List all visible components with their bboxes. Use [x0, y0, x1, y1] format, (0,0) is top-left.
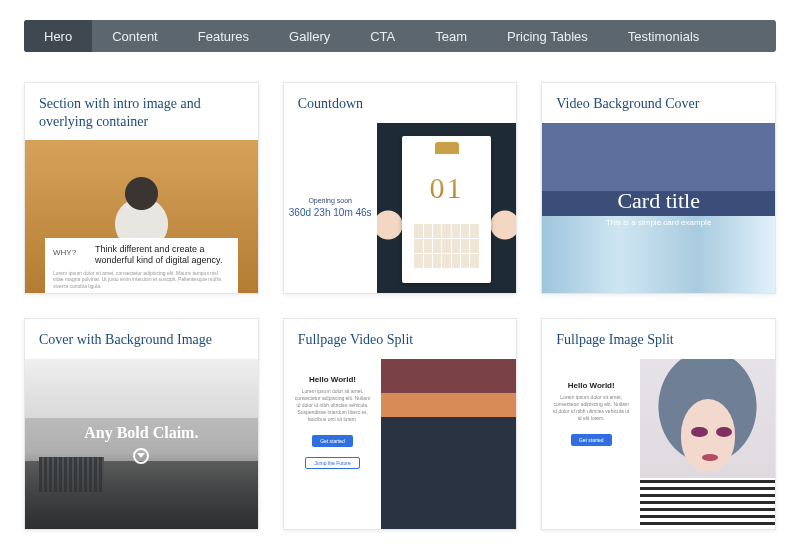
overlay-title: Card title [617, 188, 699, 214]
tab-team[interactable]: Team [415, 20, 487, 52]
hello-heading: Hello World! [294, 375, 372, 384]
tab-pricing-tables[interactable]: Pricing Tables [487, 20, 608, 52]
card-title: Fullpage Image Split [542, 319, 775, 359]
tab-cta[interactable]: CTA [350, 20, 415, 52]
lorem-text: Lorem ipsum dolor sit amet, consectetur … [294, 388, 372, 423]
card-preview: Hello World! Lorem ipsum dolor sit amet,… [542, 359, 775, 530]
card-preview: Card title This is a simple card example [542, 123, 775, 294]
hello-heading: Hello World! [552, 381, 630, 390]
card-title: Cover with Background Image [25, 319, 258, 359]
template-card[interactable]: Fullpage Image Split Hello World! Lorem … [541, 318, 776, 530]
overlay-subtitle: This is a simple card example [606, 218, 711, 227]
countdown-value: 360d 23h 10m 46s [289, 206, 372, 219]
card-preview: Any Bold Claim. [25, 359, 258, 530]
category-tabs: Hero Content Features Gallery CTA Team P… [24, 20, 776, 52]
lead-text: Think different and create a wonderful k… [95, 244, 230, 266]
card-preview: WHY? Think different and create a wonder… [25, 140, 258, 293]
template-grid: Section with intro image and overlying c… [24, 82, 776, 530]
tab-hero[interactable]: Hero [24, 20, 92, 52]
chevron-down-icon [133, 448, 149, 464]
calendar-grid [414, 224, 478, 268]
card-title: Video Background Cover [542, 83, 775, 123]
tab-content[interactable]: Content [92, 20, 178, 52]
template-card[interactable]: Section with intro image and overlying c… [24, 82, 259, 294]
tab-features[interactable]: Features [178, 20, 269, 52]
card-title: Section with intro image and overlying c… [25, 83, 258, 140]
clipboard-icon [435, 142, 459, 154]
template-card[interactable]: Countdown Opening soon 360d 23h 10m 46s … [283, 82, 518, 294]
hero-claim: Any Bold Claim. [84, 424, 198, 442]
opening-label: Opening soon [308, 197, 352, 204]
tab-testimonials[interactable]: Testimonials [608, 20, 720, 52]
lorem-text: Lorem ipsum dolor sit amet, consectetur … [552, 394, 630, 422]
primary-button: Get started [312, 435, 353, 447]
calendar-day: 01 [402, 171, 491, 205]
tab-gallery[interactable]: Gallery [269, 20, 350, 52]
template-card[interactable]: Video Background Cover Card title This i… [541, 82, 776, 294]
secondary-button: Jump the Future [305, 457, 359, 469]
lorem-text: Lorem ipsum dolor sit amet, consectetur … [53, 270, 230, 290]
card-title: Countdown [284, 83, 517, 123]
card-title: Fullpage Video Split [284, 319, 517, 359]
primary-button: Get started [571, 434, 612, 446]
template-card[interactable]: Cover with Background Image Any Bold Cla… [24, 318, 259, 530]
card-preview: Opening soon 360d 23h 10m 46s 01 [284, 123, 517, 294]
why-label: WHY? [53, 244, 89, 257]
template-card[interactable]: Fullpage Video Split Hello World! Lorem … [283, 318, 518, 530]
card-preview: Hello World! Lorem ipsum dolor sit amet,… [284, 359, 517, 530]
